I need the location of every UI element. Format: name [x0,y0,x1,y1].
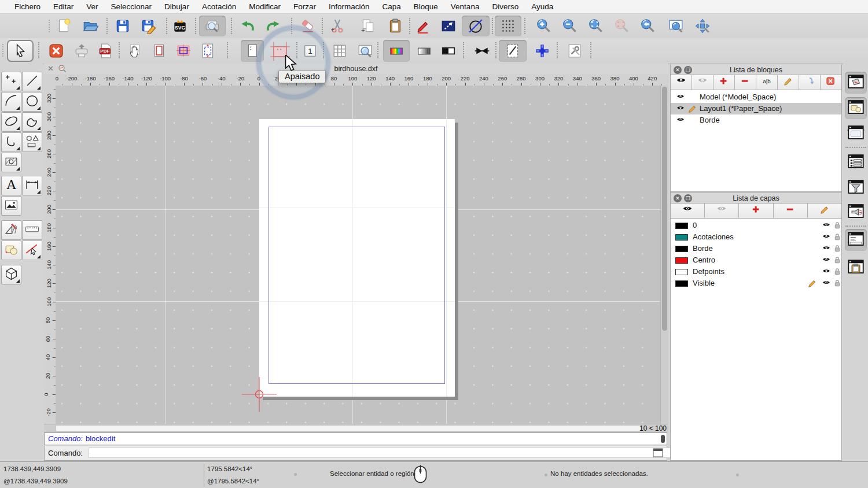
eye-button[interactable] [671,75,692,90]
menu-forzar[interactable]: Forzar [287,0,322,14]
edit-attributes-button[interactable] [413,16,435,36]
print-preview-button[interactable] [199,16,226,36]
draw-tools-button[interactable] [1,220,21,240]
library-button[interactable] [1,241,21,260]
menu-bloque[interactable]: Bloque [407,0,444,14]
pencil-button[interactable] [808,204,841,218]
polyline-button[interactable] [1,132,21,152]
cut-button[interactable] [326,16,348,36]
settings-tools-button[interactable] [564,40,586,62]
layer-row[interactable]: Acotaciones [671,231,841,243]
grid-dots-button[interactable] [495,16,521,36]
menu-diverso[interactable]: Diverso [486,0,525,14]
menu-acotacion[interactable]: Acotación [196,0,242,14]
padlock-icon[interactable] [834,232,841,243]
polygon-shapes-button[interactable] [22,132,42,152]
block-row[interactable]: Layout1 (*Paper_Space) [671,103,841,114]
fit-page-purple-button[interactable] [172,40,194,62]
dock-command-line-button[interactable] [845,229,867,251]
measure-button[interactable] [22,220,42,240]
plus-red-button[interactable] [739,204,773,218]
dimension-button[interactable] [22,176,42,195]
zoom-window-button[interactable] [663,16,689,36]
menu-ayuda[interactable]: Ayuda [525,0,560,14]
pdf-export-button[interactable]: PDF [95,40,116,62]
select-entity-button[interactable] [22,241,42,260]
bowtie-button[interactable] [471,40,493,62]
eye-icon[interactable] [821,257,832,266]
command-history-scrollbar[interactable] [661,435,665,443]
block-row[interactable]: Borde [671,114,841,126]
zoom-back-button[interactable] [637,16,660,36]
eye-icon[interactable] [675,105,686,114]
layer-color-swatch[interactable] [675,280,688,287]
menu-capa[interactable]: Capa [376,0,407,14]
dock-blank-button[interactable] [845,123,867,145]
spline-button[interactable] [22,112,42,132]
menu-seleccionar[interactable]: Seleccionar [105,0,159,14]
eye-icon[interactable] [821,222,832,231]
command-input-field[interactable] [89,448,694,458]
eye-icon[interactable] [821,268,832,278]
arc-button[interactable] [1,92,21,112]
fit-page-arrows-button[interactable] [197,40,219,62]
select-arrow-button[interactable] [7,40,34,62]
layer-row[interactable]: Centro [671,254,841,266]
layer-row[interactable]: Visible [671,278,841,289]
menu-ver[interactable]: Ver [80,0,104,14]
menu-informacion[interactable]: Información [322,0,376,14]
ellipse-tool-button[interactable] [1,112,21,132]
points-button[interactable] [1,72,21,91]
paper-sheet[interactable] [259,119,455,397]
eye-icon[interactable] [821,234,832,243]
layer-color-swatch[interactable] [675,257,688,264]
line-button[interactable] [22,72,42,91]
eye-gray-button[interactable] [705,204,739,218]
insert-arrow-button[interactable] [799,75,821,90]
dock-library-button[interactable] [845,97,867,119]
plus-red-button[interactable] [713,75,735,90]
padlock-icon[interactable] [834,279,841,289]
eye-icon[interactable] [821,280,832,289]
zoom-previous-button[interactable] [610,16,634,36]
layer-color-swatch[interactable] [675,269,688,275]
dock-filter-button[interactable] [845,177,867,199]
layer-row[interactable]: Defpoints [671,266,841,278]
deselect-circle-button[interactable] [462,16,490,36]
horizontal-scrollbar-track[interactable] [56,425,641,432]
fit-page-red-button[interactable] [148,40,170,62]
minus-red-button[interactable] [735,75,756,90]
dock-clipboard-button[interactable] [845,257,867,279]
menu-ventana[interactable]: Ventana [444,0,486,14]
block-row[interactable]: Model (*Model_Space) [671,91,841,103]
dock-command-tool-button[interactable] [845,201,867,223]
save-as-button[interactable] [138,16,160,36]
solid-button[interactable] [1,265,21,284]
minus-red-button[interactable] [774,204,808,218]
dock-layer-list-button[interactable] [845,151,867,173]
print-button[interactable] [70,40,93,62]
undo-button[interactable] [236,16,260,36]
vertical-scrollbar-thumb[interactable] [662,87,667,331]
pencil-button[interactable] [778,75,799,90]
image-tool-button[interactable] [1,196,21,216]
zoom-pan-button[interactable] [690,16,715,36]
gray-bar-button[interactable] [413,40,435,62]
grid-3x3-button[interactable] [329,40,351,62]
menu-modificar[interactable]: Modificar [242,0,287,14]
zoom-auto-button[interactable] [584,16,608,36]
draft-mode-button[interactable] [499,40,527,62]
text-tool-button[interactable]: A [1,176,21,195]
rename-ab-button[interactable]: a|b [756,75,778,90]
bw-bar-button[interactable] [437,40,459,62]
layer-color-swatch[interactable] [675,246,688,252]
color-bar-button[interactable] [383,40,410,62]
padlock-icon[interactable] [834,221,841,231]
horizontal-scrollbar[interactable]: 10 < 100 [44,424,668,432]
eye-icon[interactable] [675,94,686,103]
padlock-icon[interactable] [834,244,841,254]
circle-tool-button[interactable] [22,92,42,112]
layer-color-swatch[interactable] [675,223,688,229]
menu-fichero[interactable]: Fichero [8,0,47,14]
eye-gray-button[interactable] [692,75,713,90]
